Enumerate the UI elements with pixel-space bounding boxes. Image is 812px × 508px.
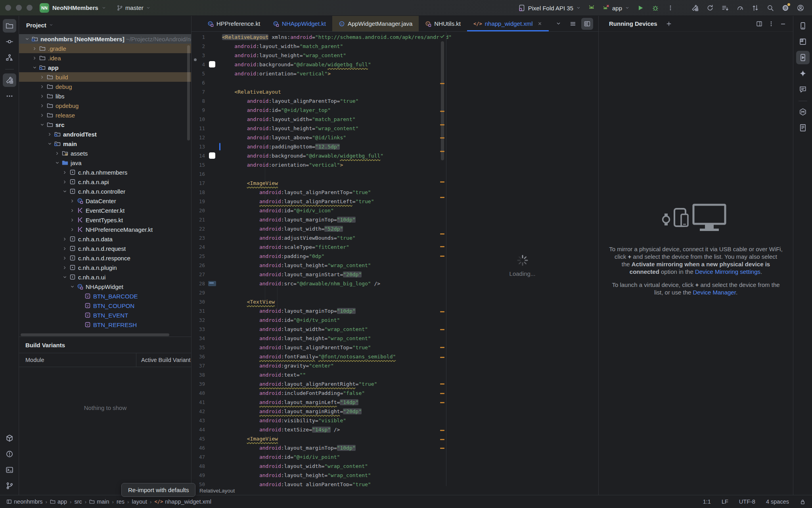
breadcrumb-item[interactable]: neonhmbrs	[6, 498, 43, 505]
editor-gutter[interactable]: 6	[192, 78, 222, 87]
editor-gutter[interactable]: 1	[192, 33, 222, 42]
status-widget[interactable]: LF	[722, 498, 728, 505]
editor-gutter[interactable]: 18	[192, 188, 222, 197]
tree-item-nhappwidget[interactable]: CNHAppWidget	[19, 282, 192, 291]
device-selector[interactable]: Pixel Fold API 35	[517, 4, 582, 12]
code-line-18[interactable]: 18 android:layout_alignParentTop="true"	[192, 188, 439, 197]
tree-item-btn-event[interactable]: VBTN_EVENT	[19, 310, 192, 320]
warning-stripe-mark[interactable]	[440, 347, 444, 348]
breadcrumb-item[interactable]: app	[50, 498, 67, 505]
code-line-37[interactable]: 37 android:gravity="center"	[192, 361, 439, 370]
warning-stripe-mark[interactable]	[440, 329, 444, 330]
code-line-43[interactable]: 43 android:visibility="visible"	[192, 416, 439, 425]
tree-item-eventcenter-kt[interactable]: EventCenter.kt	[19, 206, 192, 215]
chevron-collapsed-icon[interactable]	[31, 46, 38, 51]
editor-gutter[interactable]: 45	[192, 434, 222, 443]
debug-button[interactable]	[649, 2, 661, 14]
window-minimize-button[interactable]	[16, 5, 22, 11]
code-line-11[interactable]: 11 android:layout_height="wrap_content"	[192, 124, 439, 133]
warning-stripe-mark[interactable]	[440, 233, 444, 235]
commit-tool-icon[interactable]	[3, 35, 16, 48]
drawable-preview-thumbnail[interactable]	[208, 281, 216, 286]
chevron-expanded-icon[interactable]	[46, 141, 54, 146]
warning-stripe-mark[interactable]	[440, 256, 444, 257]
tree-item-datacenter[interactable]: CDataCenter	[19, 196, 192, 206]
code-line-35[interactable]: 35 android:layout_alignParentTop="true"	[192, 343, 439, 352]
chevron-collapsed-icon[interactable]	[61, 237, 69, 242]
tree-item-main[interactable]: main	[19, 139, 192, 148]
code-line-48[interactable]: 48 android:layout_width="wrap_content"	[192, 462, 439, 471]
tree-item-assets[interactable]: assets	[19, 148, 192, 158]
editor-gutter[interactable]: 9	[192, 106, 222, 115]
editor-gutter[interactable]: 31	[192, 306, 222, 316]
editor-gutter[interactable]: 38	[192, 370, 222, 379]
sync-project-button[interactable]	[704, 2, 716, 14]
color-swatch[interactable]	[209, 61, 215, 67]
editor-gutter[interactable]: 14	[192, 151, 222, 160]
editor-gutter[interactable]: 33	[192, 325, 222, 334]
chevron-collapsed-icon[interactable]	[38, 75, 46, 80]
code-line-9[interactable]: 9 android:id="@+id/layer_top"	[192, 106, 439, 115]
breadcrumb-item[interactable]: </>nhapp_widget.xml	[154, 498, 211, 505]
code-line-34[interactable]: 34 android:layout_height="wrap_content"	[192, 334, 439, 343]
run-configuration-selector[interactable]: app	[601, 4, 631, 12]
code-line-21[interactable]: 21 android:layout_marginTop="10dp"	[192, 215, 439, 224]
code-line-25[interactable]: 25 android:padding="0dp"	[192, 252, 439, 261]
code-line-1[interactable]: 1<RelativeLayout xmlns:android="http://s…	[192, 33, 439, 42]
chevron-collapsed-icon[interactable]	[46, 132, 54, 137]
warning-stripe-mark[interactable]	[440, 197, 444, 198]
tab-nhappwidget-kt[interactable]: CNHAppWidget.kt	[266, 16, 332, 31]
help-link[interactable]: Device Mirroring settings	[695, 268, 760, 275]
code-line-33[interactable]: 33 android:layout_width="wrap_content"	[192, 325, 439, 334]
editor-gutter[interactable]: 36	[192, 352, 222, 361]
split-editor-mode-icon[interactable]	[581, 18, 593, 30]
tree-item-c-nh-a-n-controller[interactable]: c.nh.a.n.controller	[19, 187, 192, 196]
gemini-icon[interactable]	[796, 67, 810, 80]
editor-gutter[interactable]: 17	[192, 179, 222, 188]
reimport-with-defaults-tooltip[interactable]: Re-import with defaults	[121, 483, 195, 497]
tab-nhapp-widget-xml[interactable]: </>nhapp_widget.xml	[467, 16, 549, 31]
chevron-collapsed-icon[interactable]	[68, 217, 76, 223]
warning-stripe-mark[interactable]	[440, 430, 444, 431]
code-line-5[interactable]: 5 android:orientation="vertical">	[192, 69, 439, 78]
editor-gutter[interactable]: 13	[192, 142, 222, 151]
editor-gutter[interactable]: 44	[192, 425, 222, 434]
chevron-collapsed-icon[interactable]	[53, 151, 61, 156]
code-line-3[interactable]: 3 android:layout_height="wrap_content"	[192, 51, 439, 60]
more-run-options-icon[interactable]	[665, 2, 676, 14]
build-tool-icon[interactable]	[3, 73, 16, 87]
editor-gutter[interactable]: 16	[192, 169, 222, 179]
tab-appwidgetmanager-java[interactable]: CAppWidgetManager.java	[332, 16, 419, 31]
editor-gutter[interactable]: 37	[192, 361, 222, 370]
code-line-46[interactable]: 46 android:layout_marginTop="10dp"	[192, 443, 439, 452]
hidden-tabs-icon[interactable]	[553, 18, 565, 30]
todo-list-icon[interactable]	[719, 2, 731, 14]
code-line-27[interactable]: 27 android:layout_marginStart="20dp"	[192, 270, 439, 279]
code-line-32[interactable]: 32 android:id="@+id/tv_point"	[192, 316, 439, 325]
project-tool-icon[interactable]	[3, 19, 16, 33]
editor-gutter[interactable]: 20	[192, 206, 222, 215]
tab-hppreference-kt[interactable]: CHPPreference.kt	[201, 16, 266, 31]
panel-layout-icon[interactable]	[753, 18, 765, 30]
code-line-19[interactable]: 19 android:layout_alignParentLeft="true"	[192, 197, 439, 206]
tree-item-c-nh-a-n-api[interactable]: c.nh.a.n.api	[19, 177, 192, 187]
chevron-expanded-icon[interactable]	[61, 275, 69, 280]
tree-horizontal-scrollbar[interactable]	[21, 333, 169, 336]
chevron-collapsed-icon[interactable]	[38, 84, 46, 89]
warning-stripe-mark[interactable]	[440, 246, 444, 247]
editor-breadcrumb[interactable]: RelativeLayout	[192, 486, 598, 495]
breadcrumb-item[interactable]: main	[89, 498, 109, 505]
editor-gutter[interactable]: 46	[192, 443, 222, 452]
editor-gutter[interactable]: 32	[192, 316, 222, 325]
editor-gutter[interactable]: 8	[192, 96, 222, 106]
tree-item-androidtest[interactable]: androidTest	[19, 129, 192, 139]
vcs-change-marker[interactable]	[219, 143, 220, 150]
code-line-22[interactable]: 22 android:layout_width="52dp"	[192, 224, 439, 233]
warning-stripe-mark[interactable]	[440, 357, 444, 358]
code-line-36[interactable]: 36 android:fontFamily="@font/notosans_se…	[192, 352, 439, 361]
code-line-6[interactable]: 6	[192, 78, 439, 87]
close-icon[interactable]	[537, 21, 542, 26]
device-explorer-icon[interactable]	[796, 19, 810, 33]
update-project-button[interactable]	[749, 2, 761, 14]
editor-gutter[interactable]: 34	[192, 334, 222, 343]
